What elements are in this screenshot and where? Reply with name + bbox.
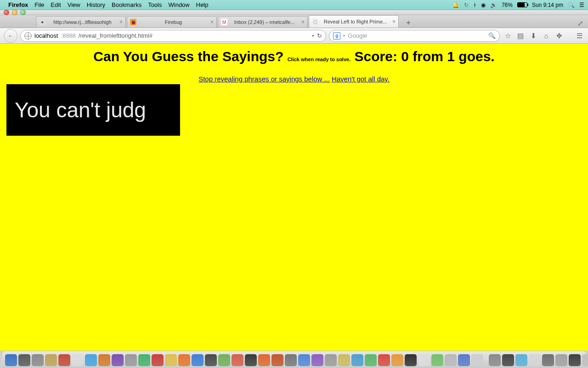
menu-view[interactable]: View xyxy=(68,1,80,8)
url-host: localhost xyxy=(34,32,58,39)
dock-app-icon[interactable] xyxy=(32,354,44,366)
menu-bookmarks[interactable]: Bookmarks xyxy=(112,1,141,8)
battery-percent: 76% xyxy=(502,2,513,8)
dock-app-icon[interactable] xyxy=(245,354,257,366)
dock-app-icon[interactable] xyxy=(205,354,217,366)
dock-app-icon[interactable] xyxy=(58,354,70,366)
site-identity-icon[interactable] xyxy=(24,32,32,40)
browser-navbar: ← localhost:8888/reveal_fromlefttoright.… xyxy=(0,28,588,44)
macos-dock xyxy=(2,351,586,368)
hamburger-menu-icon[interactable]: ☰ xyxy=(574,32,584,40)
tab-label: Firebug xyxy=(139,19,208,25)
dock-app-icon[interactable] xyxy=(542,354,554,366)
window-zoom-button[interactable] xyxy=(20,10,26,15)
menubar-clock[interactable]: Sun 9:14 pm xyxy=(532,2,563,8)
tab-close-icon[interactable]: × xyxy=(392,18,396,25)
tab-1[interactable]: ✦ http://www.rj...itfliessohigh × xyxy=(36,16,126,28)
dock-app-icon[interactable] xyxy=(471,354,483,366)
dock-app-icon[interactable] xyxy=(378,354,390,366)
battery-icon[interactable] xyxy=(517,2,527,7)
heading-part1: Can You Guess the Sayings? xyxy=(93,49,287,64)
url-bar[interactable]: localhost:8888/reveal_fromlefttoright.ht… xyxy=(20,30,326,42)
dock-app-icon[interactable] xyxy=(72,354,84,366)
bookmark-star-icon[interactable]: ☆ xyxy=(503,32,513,40)
fullscreen-icon[interactable]: ⤢ xyxy=(575,19,585,28)
dock-app-icon[interactable] xyxy=(165,354,177,366)
dock-app-icon[interactable] xyxy=(192,354,204,366)
dock-app-icon[interactable] xyxy=(5,354,17,366)
back-button[interactable]: ← xyxy=(4,29,17,43)
stop-revealing-link[interactable]: Stop revealing phrases or sayings below … xyxy=(198,75,330,83)
reload-icon[interactable]: ↻ xyxy=(317,32,322,39)
search-bar[interactable]: g ▾ Google 🔍 xyxy=(329,30,500,42)
dock-app-icon[interactable] xyxy=(298,354,310,366)
url-history-dropdown-icon[interactable]: ▾ xyxy=(312,33,314,38)
menubar-overflow-icon[interactable]: ☰ xyxy=(579,2,584,8)
home-icon[interactable]: ⌂ xyxy=(541,32,551,40)
dock-app-icon[interactable] xyxy=(178,354,190,366)
reveal-saying-box[interactable]: You can't judg xyxy=(6,84,180,136)
dock-app-icon[interactable] xyxy=(218,354,230,366)
dock-app-icon[interactable] xyxy=(391,354,403,366)
dock-app-icon[interactable] xyxy=(502,354,514,366)
tab-3[interactable]: M Inbox (2,249) – rmetcalfe... × xyxy=(218,16,308,28)
menu-file[interactable]: File xyxy=(34,1,44,8)
search-submit-icon[interactable]: 🔍 xyxy=(488,32,496,39)
tab-close-icon[interactable]: × xyxy=(119,19,123,25)
dock-app-icon[interactable] xyxy=(258,354,270,366)
bookmarks-list-icon[interactable]: ▤ xyxy=(515,32,526,40)
dock-app-icon[interactable] xyxy=(405,354,417,366)
addon-icon[interactable]: ✥ xyxy=(554,32,564,40)
dock-app-icon[interactable] xyxy=(555,354,567,366)
spotlight-icon[interactable]: 🔍 xyxy=(568,2,575,8)
dock-app-icon[interactable] xyxy=(85,354,97,366)
dock-app-icon[interactable] xyxy=(152,354,164,366)
dock-app-icon[interactable] xyxy=(351,354,363,366)
menu-help[interactable]: Help xyxy=(196,1,209,8)
bluetooth-icon[interactable]: ᚼ xyxy=(473,2,476,8)
dock-app-icon[interactable] xyxy=(489,354,501,366)
dock-app-icon[interactable] xyxy=(138,354,150,366)
wifi-icon[interactable]: ◉ xyxy=(481,2,486,8)
dock-app-icon[interactable] xyxy=(18,354,30,366)
menu-edit[interactable]: Edit xyxy=(51,1,61,8)
volume-icon[interactable]: 🔊 xyxy=(490,2,497,8)
notifications-icon[interactable]: 🔔 xyxy=(452,2,459,8)
menu-window[interactable]: Window xyxy=(169,1,190,8)
dock-app-icon[interactable] xyxy=(45,354,57,366)
tab-4[interactable]: ◌ Reveal Left to Right Prime... × xyxy=(309,15,399,28)
dock-app-icon[interactable] xyxy=(569,354,581,366)
dock-app-icon[interactable] xyxy=(112,354,124,366)
dock-app-icon[interactable] xyxy=(529,354,541,366)
menu-tools[interactable]: Tools xyxy=(148,1,162,8)
window-close-button[interactable] xyxy=(4,10,9,15)
tab-close-icon[interactable]: × xyxy=(210,19,214,25)
dock-app-icon[interactable] xyxy=(458,354,470,366)
speed-up-link[interactable]: Haven't got all day. xyxy=(332,75,390,83)
dock-app-icon[interactable] xyxy=(98,354,110,366)
dock-app-icon[interactable] xyxy=(232,354,243,366)
tab-close-icon[interactable]: × xyxy=(301,19,305,25)
dock-app-icon[interactable] xyxy=(338,354,350,366)
dock-app-icon[interactable] xyxy=(271,354,283,366)
dock-app-icon[interactable] xyxy=(325,354,337,366)
dock-app-icon[interactable] xyxy=(285,354,297,366)
google-search-icon[interactable]: g xyxy=(333,32,340,40)
dock-app-icon[interactable] xyxy=(311,354,323,366)
dock-app-icon[interactable] xyxy=(418,354,430,366)
window-titlebar xyxy=(0,10,588,15)
timemachine-icon[interactable]: ↻ xyxy=(464,2,469,8)
downloads-icon[interactable]: ⬇ xyxy=(528,32,538,40)
menubar-app-name[interactable]: Firefox xyxy=(8,1,28,8)
tab-2[interactable]: 🐞 Firebug × xyxy=(127,16,217,28)
window-minimize-button[interactable] xyxy=(12,10,17,15)
dock-app-icon[interactable] xyxy=(582,354,588,366)
dock-app-icon[interactable] xyxy=(431,354,443,366)
dock-app-icon[interactable] xyxy=(125,354,137,366)
new-tab-button[interactable]: ＋ xyxy=(402,17,414,28)
macos-dock-area xyxy=(0,351,588,368)
dock-app-icon[interactable] xyxy=(365,354,377,366)
menu-history[interactable]: History xyxy=(87,1,105,8)
dock-app-icon[interactable] xyxy=(445,354,457,366)
dock-app-icon[interactable] xyxy=(515,354,527,366)
